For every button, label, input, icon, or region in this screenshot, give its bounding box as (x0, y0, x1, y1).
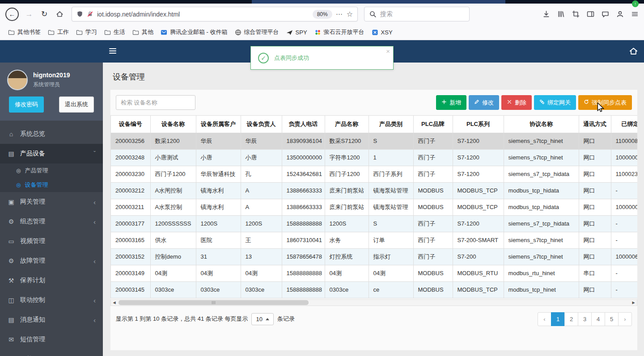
bookmark-其他[interactable]: 其他 (129, 26, 157, 38)
sidebar-item-系统总览[interactable]: ⌂系统总览 (0, 124, 103, 144)
table-row[interactable]: 200003152控制demo311315878656478灯控系统指示灯西门子… (111, 248, 637, 265)
column-header-设备所属客户: 设备所属客户 (196, 116, 241, 133)
scroll-left-arrow[interactable]: ◀ (111, 300, 118, 306)
reload-button[interactable]: ↻ (38, 8, 51, 21)
sidebar-subitem-产品管理[interactable]: ◎产品管理 (0, 163, 103, 178)
clip-icon[interactable] (572, 10, 580, 18)
device-search-input[interactable] (116, 95, 195, 110)
table-cell: 200003145 (111, 281, 150, 298)
pagination-next[interactable]: › (618, 312, 632, 326)
page-actions-icon[interactable]: ⋯ (336, 10, 343, 18)
bookmark-学习[interactable]: 学习 (72, 26, 101, 38)
device-table: 设备编号设备名称设备所属客户设备负责人负责人电话产品名称产品类别PLC品牌PLC… (111, 116, 637, 298)
pagination-summary-prefix: 显示第 1 到第 10 条记录，总共 41 条记录 每页显示 (116, 315, 248, 323)
horizontal-scrollbar[interactable]: ◀ ▶ (110, 299, 637, 306)
scroll-right-arrow[interactable]: ▶ (630, 300, 637, 306)
table-row[interactable]: 20000314904测04测04测1588888888804测04测MODBU… (111, 265, 637, 281)
table-cell: 网口 (579, 199, 611, 215)
sidebar-item-故障管理[interactable]: ⚙故障管理‹ (0, 251, 103, 271)
table-row[interactable]: 200003230西门子1200华辰智通科技孔15243642681西门子120… (111, 166, 637, 182)
monitor-icon: ▭ (7, 238, 15, 245)
bookmark-SPY[interactable]: SPY (283, 27, 311, 38)
新增-button[interactable]: 新增 (436, 95, 466, 110)
sidebar-item-视频管理[interactable]: ▭视频管理 (0, 231, 103, 251)
pagination-page-3[interactable]: 3 (578, 312, 592, 326)
forward-button[interactable]: → (22, 8, 36, 21)
sidebar-item-产品设备[interactable]: ▤产品设备ˇ (0, 144, 103, 163)
sidebar-toggle-button[interactable] (109, 48, 116, 55)
logout-button[interactable]: 退出系统 (59, 96, 94, 113)
app-menu-icon[interactable] (631, 10, 639, 18)
绑定网关-button[interactable]: 绑定网关 (534, 95, 576, 110)
app-home-button[interactable] (629, 47, 638, 57)
table-cell: 指示灯 (369, 248, 413, 265)
sidebar-item-保养计划[interactable]: ⚒保养计划 (0, 271, 103, 290)
sidebar-item-工单管理[interactable]: ▤工单管理 (0, 349, 103, 356)
bookmark-腾讯企业邮箱 - 收件箱[interactable]: 腾讯企业邮箱 - 收件箱 (157, 26, 231, 38)
bookmark-工作[interactable]: 工作 (44, 26, 72, 38)
pagination-prev[interactable]: ‹ (538, 312, 551, 326)
home-icon (56, 10, 64, 18)
sidebar-panel-icon[interactable] (587, 10, 594, 18)
bookmark-萤石云开放平台[interactable]: 萤石云开放平台 (311, 26, 368, 38)
bookmark-XSY[interactable]: XSY (368, 27, 396, 38)
chevron-left-icon: ‹ (93, 257, 96, 265)
table-row[interactable]: 2000031771200SSSSSS1200S1200S15888888888… (111, 215, 637, 232)
sidebar-item-消息通知[interactable]: ▤消息通知‹ (0, 310, 103, 330)
account-icon[interactable] (616, 10, 624, 18)
table-row[interactable]: 200003212A水闸控制镇海水利A13886663333庻来门前泵站镇海泵站… (111, 182, 637, 199)
pagination-page-4[interactable]: 4 (591, 312, 605, 326)
pagination-page-5[interactable]: 5 (605, 312, 619, 326)
library-icon[interactable] (557, 10, 565, 18)
avatar[interactable] (7, 70, 28, 90)
bookmark-star-icon[interactable]: ☆ (347, 10, 353, 18)
table-row[interactable]: 200003248小唐测试小唐小唐13500000000字符串12001西门子S… (111, 149, 637, 166)
page-size-dropdown[interactable]: 10 (251, 313, 273, 325)
card-toolbar: 新增修改删除绑定网关强制同步点表 (110, 90, 637, 115)
address-bar[interactable]: iot.idosp.net/admin/index.html 80% ⋯ ☆ (72, 7, 358, 21)
toast-close-icon[interactable]: × (386, 47, 390, 55)
table-cell: 1000006 (611, 248, 637, 265)
column-header-设备负责人: 设备负责人 (241, 116, 282, 133)
bookmark-综合管理平台[interactable]: 综合管理平台 (231, 26, 283, 38)
table-cell: 西门子1200 (150, 166, 196, 182)
sidebar-item-短信管理[interactable]: ✉短信管理 (0, 330, 103, 349)
column-header-产品类别: 产品类别 (369, 116, 413, 133)
table-cell: 西门子系列 (369, 166, 413, 182)
table-cell: 200003152 (111, 248, 150, 265)
spy-icon (286, 29, 293, 36)
table-cell: 订单 (369, 232, 413, 248)
back-button[interactable]: ← (5, 8, 19, 21)
browser-home-button[interactable] (53, 8, 66, 21)
caret-up-icon (266, 318, 269, 320)
删除-button[interactable]: 删除 (501, 95, 532, 110)
table-cell: MODBUS_TCP (453, 281, 504, 298)
table-row[interactable]: 200003165供水医院王18607310041水务订单西门子S7-200-S… (111, 232, 637, 248)
update-arrow-badge[interactable]: ↑ (632, 0, 639, 7)
修改-button[interactable]: 修改 (469, 95, 499, 110)
sidebar-item-联动控制[interactable]: ◫联动控制‹ (0, 290, 103, 310)
change-password-button[interactable]: 修改密码 (9, 96, 44, 113)
table-row[interactable]: 200003211A水泵控制镇海水利A13886663333庻来门前泵站镇海泵站… (111, 199, 637, 215)
scrollbar-track[interactable] (118, 300, 630, 306)
bookmark-生活[interactable]: 生活 (101, 26, 129, 38)
table-cell: 庻来门前泵站 (325, 182, 369, 199)
message-bubble-icon[interactable] (602, 10, 609, 18)
browser-search-bar[interactable]: 搜索 (364, 7, 470, 21)
sidebar-item-网关管理[interactable]: ▣网关管理‹ (0, 192, 103, 212)
pagination-page-2[interactable]: 2 (564, 312, 578, 326)
强制同步点表-button[interactable]: 强制同步点表 (578, 95, 632, 110)
table-cell: 网口 (579, 182, 611, 199)
table-header-row: 设备编号设备名称设备所属客户设备负责人负责人电话产品名称产品类别PLC品牌PLC… (111, 116, 637, 133)
download-icon[interactable] (542, 10, 550, 18)
link-icon (539, 99, 545, 106)
pagination-page-1[interactable]: 1 (551, 312, 565, 326)
scrollbar-thumb[interactable] (119, 300, 309, 305)
table-row[interactable]: 200003256数采1200华辰华辰18390936104数采S71200S西… (111, 133, 637, 149)
sidebar-item-组态管理[interactable]: ⚙组态管理‹ (0, 212, 103, 231)
zoom-badge[interactable]: 80% (313, 10, 332, 19)
sidebar-subitem-设备管理[interactable]: ◎设备管理 (0, 178, 103, 192)
bookmark-其他书签[interactable]: 其他书签 (4, 26, 44, 38)
insecure-lock-icon (87, 11, 93, 17)
table-row[interactable]: 2000031450303ce0303ce0303ce1588888888803… (111, 281, 637, 298)
